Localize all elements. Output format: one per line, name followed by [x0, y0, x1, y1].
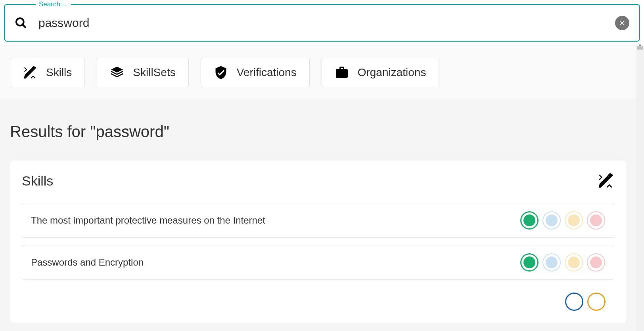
results-content: Results for "password" Skills The most i…	[0, 99, 636, 323]
filter-tab-label: Organizations	[358, 66, 426, 79]
briefcase-icon	[335, 65, 349, 80]
design-tools-icon	[23, 65, 37, 80]
status-green-icon	[520, 211, 539, 230]
status-indicators	[520, 253, 605, 272]
status-blue-icon	[565, 293, 583, 311]
filter-tab-label: Skills	[46, 66, 72, 79]
shield-check-icon	[214, 65, 228, 80]
svg-line-1	[23, 25, 26, 28]
svg-point-0	[16, 18, 24, 26]
status-blue-icon	[542, 211, 561, 230]
status-indicators-partial	[565, 293, 606, 311]
status-yellow-icon	[565, 211, 583, 230]
design-tools-icon	[598, 172, 614, 189]
filter-tab-skillsets[interactable]: SkillSets	[97, 58, 188, 87]
layers-icon	[110, 65, 124, 80]
search-bar: Search ...	[4, 4, 640, 42]
result-item[interactable]: Passwords and Encryption	[22, 245, 614, 280]
status-red-icon	[587, 211, 605, 230]
results-heading: Results for "password"	[10, 99, 626, 161]
status-green-icon	[520, 253, 539, 272]
content-area: Skills SkillSets Verifications Organizat…	[0, 46, 644, 331]
scroll-up-icon[interactable]: ▲	[636, 42, 644, 46]
status-red-icon	[587, 253, 605, 272]
result-item-title: The most important protective measures o…	[31, 215, 265, 226]
card-header: Skills	[22, 172, 614, 189]
search-icon	[15, 17, 27, 29]
filter-tabs-row: Skills SkillSets Verifications Organizat…	[0, 46, 644, 99]
card-title: Skills	[22, 173, 53, 189]
scrollbar[interactable]: ▲	[636, 46, 644, 331]
result-item-partial	[22, 287, 614, 311]
result-item[interactable]: The most important protective measures o…	[22, 203, 614, 238]
filter-tab-verifications[interactable]: Verifications	[201, 58, 310, 87]
status-blue-icon	[542, 253, 561, 272]
skills-results-card: Skills The most important protective mea…	[10, 161, 626, 323]
search-label: Search ...	[36, 0, 71, 8]
filter-tab-skills[interactable]: Skills	[10, 58, 85, 87]
result-item-title: Passwords and Encryption	[31, 257, 144, 268]
search-input[interactable]	[38, 16, 615, 30]
filter-tab-label: Verifications	[237, 66, 297, 79]
filter-tab-label: SkillSets	[133, 66, 175, 79]
clear-search-button[interactable]	[615, 16, 629, 30]
filter-tab-organizations[interactable]: Organizations	[322, 58, 439, 87]
scrollbar-thumb[interactable]	[637, 46, 643, 50]
status-yellow-icon	[587, 293, 606, 311]
status-indicators	[520, 211, 605, 230]
status-yellow-icon	[565, 253, 583, 272]
